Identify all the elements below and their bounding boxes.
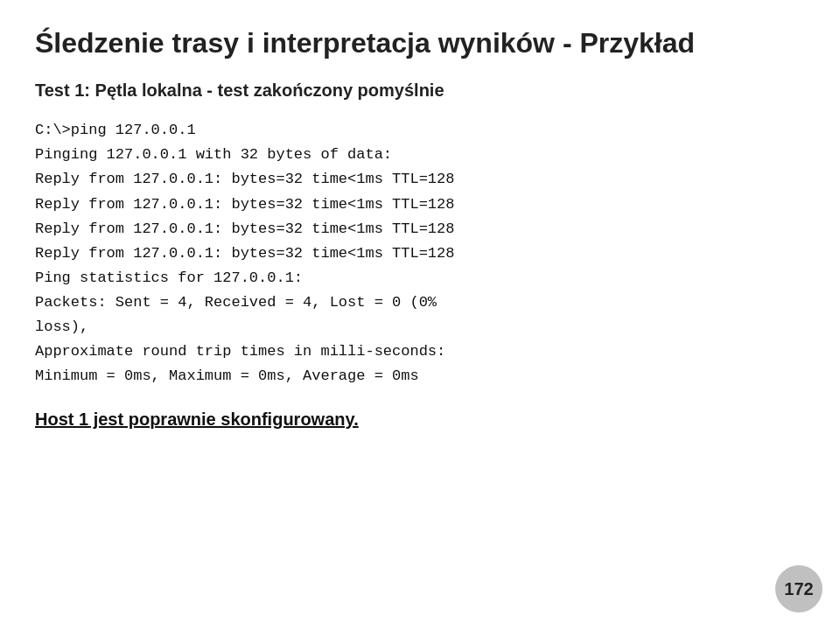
slide-container: Śledzenie trasy i interpretacja wyników … xyxy=(0,0,840,630)
slide-number: 172 xyxy=(775,565,822,612)
slide-title: Śledzenie trasy i interpretacja wyników … xyxy=(35,26,805,60)
slide-subtitle: Test 1: Pętla lokalna - test zakończony … xyxy=(35,80,805,101)
code-block: C:\>ping 127.0.0.1 Pinging 127.0.0.1 wit… xyxy=(35,118,805,388)
conclusion-text: Host 1 jest poprawnie skonfigurowany. xyxy=(35,410,805,430)
